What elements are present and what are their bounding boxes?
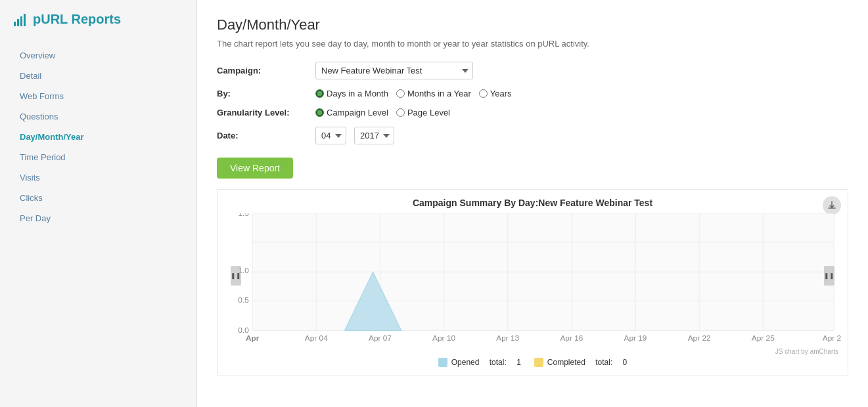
chart-download-button[interactable] (823, 196, 841, 215)
sidebar-item-questions[interactable]: Questions (0, 106, 196, 127)
chart-container: Campaign Summary By Day:New Feature Webi… (217, 189, 848, 375)
svg-rect-3 (24, 14, 26, 26)
main-content: Day/Month/Year The chart report lets you… (197, 0, 868, 407)
campaign-row: Campaign: New Feature Webinar Test (217, 62, 848, 79)
by-row: By: Days in a Month Months in a Year Yea… (217, 89, 848, 98)
svg-text:0.0: 0.0 (238, 326, 249, 334)
date-label: Date: (217, 131, 309, 140)
chart-scroll-right-button[interactable]: ❚❚ (824, 266, 834, 286)
campaign-control: New Feature Webinar Test (315, 62, 473, 79)
chart-legend: Opened total: 1 Completed total: 0 (217, 351, 848, 375)
svg-text:1.5: 1.5 (238, 213, 249, 217)
chart-scroll-left-button[interactable]: ❚❚ (231, 266, 241, 286)
svg-text:Apr 04: Apr 04 (305, 333, 328, 342)
granularity-label: Granularity Level: (217, 108, 309, 118)
svg-text:Apr 28: Apr 28 (823, 333, 841, 342)
page-description: The chart report lets you see day to day… (217, 39, 848, 49)
sidebar-item-web-forms[interactable]: Web Forms (0, 86, 196, 106)
by-control: Days in a Month Months in a Year Years (315, 89, 512, 98)
chart-svg: 1.5 1.0 0.5 0.0 Apr Apr 04 Apr 07 Apr 10… (224, 213, 841, 351)
svg-text:Apr 10: Apr 10 (432, 333, 455, 342)
granularity-row: Granularity Level: Campaign Level Page L… (217, 108, 848, 118)
view-report-button[interactable]: View Report (217, 158, 293, 179)
campaign-select[interactable]: New Feature Webinar Test (315, 62, 473, 79)
chart-title: Campaign Summary By Day:New Feature Webi… (217, 190, 848, 213)
legend-opened: Opened total: 1 (438, 358, 521, 367)
chart-icon (13, 12, 28, 27)
campaign-level-label: Campaign Level (327, 108, 388, 118)
by-days-label: Days in a Month (327, 89, 388, 98)
legend-completed: Completed total: 0 (534, 358, 627, 367)
campaign-level-option[interactable]: Campaign Level (315, 108, 388, 118)
campaign-label: Campaign: (217, 66, 309, 75)
page-title: Day/Month/Year (217, 16, 848, 33)
amcharts-label: JS chart by amCharts (775, 348, 838, 355)
by-years-option[interactable]: Years (479, 89, 512, 98)
completed-total-label: total: (595, 358, 612, 367)
chart-area: 1.5 1.0 0.5 0.0 Apr Apr 04 Apr 07 Apr 10… (224, 213, 841, 351)
by-days-option[interactable]: Days in a Month (315, 89, 388, 98)
svg-rect-2 (20, 16, 22, 26)
svg-rect-0 (14, 22, 16, 26)
by-years-radio[interactable] (479, 89, 488, 98)
date-row: Date: 01 02 03 04 05 06 07 08 09 10 11 1… (217, 127, 848, 144)
date-month-select[interactable]: 01 02 03 04 05 06 07 08 09 10 11 12 (315, 127, 346, 144)
sidebar-item-detail[interactable]: Detail (0, 66, 196, 86)
sidebar-nav: OverviewDetailWeb FormsQuestionsDay/Mont… (0, 39, 196, 235)
download-icon (827, 201, 836, 210)
campaign-level-radio[interactable] (315, 108, 324, 117)
svg-text:Apr 13: Apr 13 (496, 333, 519, 342)
page-level-radio[interactable] (396, 108, 405, 117)
by-months-radio[interactable] (396, 89, 405, 98)
svg-text:Apr 07: Apr 07 (369, 333, 392, 342)
granularity-control: Campaign Level Page Level (315, 108, 450, 118)
svg-text:Apr 19: Apr 19 (624, 333, 647, 342)
opened-color-swatch (438, 358, 447, 367)
sidebar-item-overview[interactable]: Overview (0, 45, 196, 66)
opened-total-value: 1 (516, 358, 521, 367)
by-label: By: (217, 89, 309, 98)
sidebar-item-visits[interactable]: Visits (0, 167, 196, 188)
date-year-select[interactable]: 2015 2016 2017 2018 (354, 127, 394, 144)
app-title: pURL Reports (33, 12, 121, 27)
sidebar-item-per-day[interactable]: Per Day (0, 208, 196, 228)
by-months-option[interactable]: Months in a Year (396, 89, 471, 98)
by-months-label: Months in a Year (407, 89, 471, 98)
by-years-label: Years (490, 89, 512, 98)
page-level-label: Page Level (407, 108, 450, 118)
sidebar-item-clicks[interactable]: Clicks (0, 188, 196, 208)
sidebar-header: pURL Reports (0, 0, 196, 39)
opened-total-label: total: (490, 358, 507, 367)
svg-text:Apr 22: Apr 22 (688, 333, 711, 342)
page-level-option[interactable]: Page Level (396, 108, 450, 118)
svg-text:Apr 16: Apr 16 (560, 333, 583, 342)
svg-text:Apr 25: Apr 25 (752, 333, 775, 342)
sidebar-item-time-period[interactable]: Time Period (0, 147, 196, 167)
completed-color-swatch (534, 358, 543, 367)
opened-label: Opened (451, 358, 480, 367)
svg-rect-1 (17, 19, 19, 26)
by-days-radio[interactable] (315, 89, 324, 98)
svg-text:0.5: 0.5 (238, 296, 249, 305)
sidebar: pURL Reports OverviewDetailWeb FormsQues… (0, 0, 197, 407)
completed-label: Completed (547, 358, 585, 367)
sidebar-item-day-month-year[interactable]: Day/Month/Year (0, 127, 196, 147)
date-control: 01 02 03 04 05 06 07 08 09 10 11 12 2015… (315, 127, 394, 144)
completed-total-value: 0 (623, 358, 628, 367)
svg-text:Apr: Apr (246, 333, 260, 342)
report-form: Campaign: New Feature Webinar Test By: D… (217, 62, 848, 189)
